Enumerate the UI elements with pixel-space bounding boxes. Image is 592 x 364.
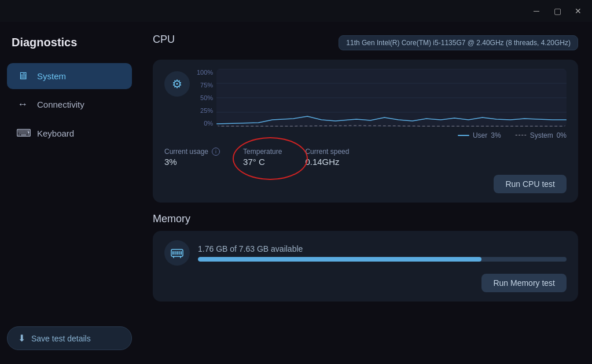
chart-legend: User 3% System 0% xyxy=(197,131,567,139)
sidebar: Diagnostics 🖥 System ↔ Connectivity ⌨ Ke… xyxy=(0,22,139,364)
legend-user-line xyxy=(458,135,469,136)
app-body: Diagnostics 🖥 System ↔ Connectivity ⌨ Ke… xyxy=(0,22,592,364)
legend-user: User 3% xyxy=(458,131,501,139)
stat-temperature: Temperature 37° C xyxy=(243,148,282,167)
memory-section: Memory xyxy=(153,213,578,302)
chart-with-labels: 100% 75% 50% 25% 0% xyxy=(197,69,567,127)
y-label-0: 0% xyxy=(204,120,213,127)
download-icon: ⬇ xyxy=(18,333,25,344)
cpu-icon: ⚙ xyxy=(164,71,190,97)
y-label-50: 50% xyxy=(200,94,213,101)
run-memory-test-button[interactable]: Run Memory test xyxy=(481,274,567,292)
memory-card: 1.76 GB of 7.63 GB available Run Memory … xyxy=(153,231,578,302)
y-label-100: 100% xyxy=(197,69,213,76)
window-controls: ─ ▢ ✕ xyxy=(527,3,587,19)
memory-bar-wrap: 1.76 GB of 7.63 GB available xyxy=(164,240,567,266)
app-title: Diagnostics xyxy=(7,36,132,63)
memory-bar-fill xyxy=(198,257,481,262)
sidebar-item-keyboard[interactable]: ⌨ Keyboard xyxy=(7,120,132,146)
memory-icon xyxy=(164,240,190,266)
keyboard-icon: ⌨ xyxy=(16,127,29,139)
info-icon: i xyxy=(212,148,220,156)
y-label-25: 25% xyxy=(200,107,213,114)
connectivity-icon: ↔ xyxy=(16,98,29,111)
chart-y-labels: 100% 75% 50% 25% 0% xyxy=(197,69,216,127)
close-button[interactable]: ✕ xyxy=(569,3,587,19)
legend-user-label: User xyxy=(473,131,487,139)
stat-temp-value: 37° C xyxy=(243,157,282,167)
cpu-section-label: CPU xyxy=(153,34,175,46)
stat-current-usage: Current usage i 3% xyxy=(164,148,220,167)
sidebar-item-keyboard-label: Keyboard xyxy=(37,128,74,138)
cpu-card: ⚙ 100% 75% 50% 25% 0% xyxy=(153,60,578,203)
memory-section-label: Memory xyxy=(153,213,578,225)
svg-rect-9 xyxy=(179,251,180,255)
sidebar-item-system-label: System xyxy=(37,71,66,81)
cpu-chip-badge: 11th Gen Intel(R) Core(TM) i5-1135G7 @ 2… xyxy=(339,35,578,50)
run-cpu-test-button[interactable]: Run CPU test xyxy=(494,175,567,193)
system-icon: 🖥 xyxy=(16,70,29,82)
sidebar-item-connectivity-label: Connectivity xyxy=(37,100,84,109)
save-test-details-button[interactable]: ⬇ Save test details xyxy=(7,326,132,350)
stat-speed-value: 0.14GHz xyxy=(305,157,349,167)
svg-rect-6 xyxy=(172,251,174,255)
main-content: CPU 11th Gen Intel(R) Core(TM) i5-1135G7… xyxy=(139,22,592,364)
save-btn-label: Save test details xyxy=(31,334,91,343)
y-label-75: 75% xyxy=(200,82,213,89)
sidebar-item-connectivity[interactable]: ↔ Connectivity xyxy=(7,91,132,117)
cpu-chart xyxy=(216,69,567,127)
legend-system: System 0% xyxy=(515,131,567,139)
stat-usage-value: 3% xyxy=(164,157,220,167)
chart-area: 100% 75% 50% 25% 0% xyxy=(197,69,567,139)
maximize-button[interactable]: ▢ xyxy=(548,3,567,19)
stat-temp-label: Temperature xyxy=(243,148,282,156)
svg-rect-7 xyxy=(175,251,176,255)
legend-system-value: 0% xyxy=(557,131,567,139)
stat-usage-label: Current usage i xyxy=(164,148,220,156)
memory-bar-inner: 1.76 GB of 7.63 GB available xyxy=(198,244,567,262)
sidebar-bottom: ⬇ Save test details xyxy=(7,326,132,350)
legend-user-value: 3% xyxy=(491,131,501,139)
memory-bar-bg xyxy=(198,257,567,262)
minimize-button[interactable]: ─ xyxy=(527,3,546,19)
cpu-stats-row: Current usage i 3% Temperature 37° C Cur… xyxy=(164,148,567,167)
cpu-section: CPU 11th Gen Intel(R) Core(TM) i5-1135G7… xyxy=(153,34,578,203)
svg-rect-10 xyxy=(181,251,182,255)
sidebar-item-system[interactable]: 🖥 System xyxy=(7,63,132,89)
stat-current-speed: Current speed 0.14GHz xyxy=(305,148,349,167)
memory-usage-label: 1.76 GB of 7.63 GB available xyxy=(198,244,567,253)
title-bar: ─ ▢ ✕ xyxy=(0,0,592,22)
legend-system-line xyxy=(515,135,527,136)
chart-container: ⚙ 100% 75% 50% 25% 0% xyxy=(164,69,567,139)
legend-system-label: System xyxy=(530,131,553,139)
svg-rect-8 xyxy=(177,251,178,255)
stat-speed-label: Current speed xyxy=(305,148,349,156)
cpu-header: CPU 11th Gen Intel(R) Core(TM) i5-1135G7… xyxy=(153,34,578,52)
